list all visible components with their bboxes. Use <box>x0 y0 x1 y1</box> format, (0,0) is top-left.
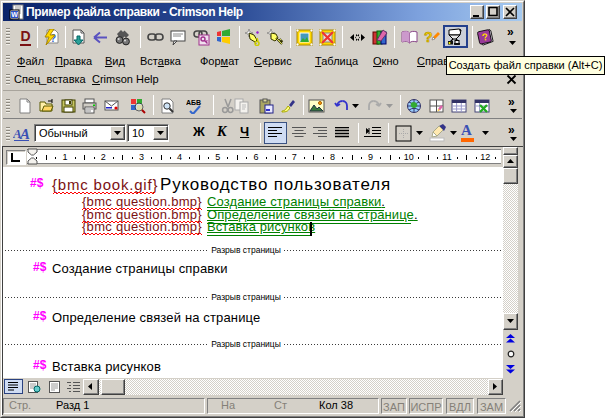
svg-text:A: A <box>19 126 30 142</box>
svg-text:W: W <box>11 11 18 18</box>
svg-text:?: ? <box>424 29 433 45</box>
svg-text:АБВ: АБВ <box>186 99 201 106</box>
